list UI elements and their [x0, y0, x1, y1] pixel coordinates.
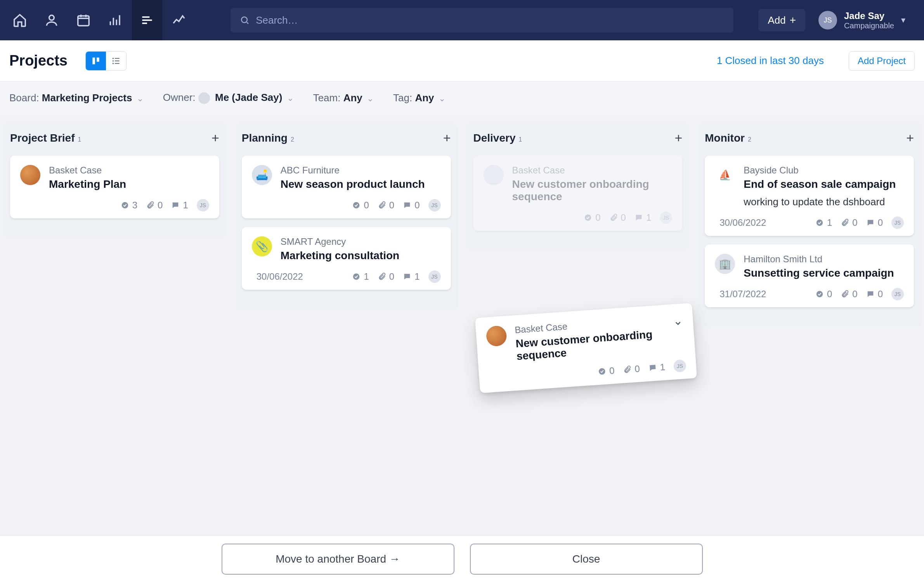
- card-title: Marketing Plan: [49, 178, 209, 191]
- assignee-avatar-icon: JS: [891, 288, 904, 300]
- add-project-button[interactable]: Add Project: [849, 51, 915, 71]
- nav-person-icon[interactable]: [36, 0, 67, 40]
- chevron-down-icon: ⌄: [439, 94, 446, 103]
- board-view-toggle[interactable]: [86, 52, 106, 70]
- client-avatar-icon: [484, 165, 504, 185]
- card-checks: 0: [597, 365, 615, 377]
- card-note: working to update the dshboard: [744, 196, 904, 208]
- search-input-wrap[interactable]: [231, 8, 733, 33]
- add-card-button[interactable]: +: [906, 130, 914, 146]
- move-board-button[interactable]: Move to another Board →: [222, 544, 454, 575]
- board-column: Monitor2+ ⛵ Bayside Club End of season s…: [697, 122, 922, 327]
- board-column: Planning2+ 🛋️ ABC Furniture New season p…: [234, 122, 459, 310]
- column-count: 2: [291, 136, 294, 143]
- nav-calendar-icon[interactable]: [68, 0, 99, 40]
- user-name: Jade Say: [844, 10, 894, 21]
- client-name: Bayside Club: [744, 165, 904, 176]
- project-card[interactable]: 🛋️ ABC Furniture New season product laun…: [242, 156, 451, 218]
- card-attachments: 0: [609, 212, 626, 223]
- project-card[interactable]: 📎 SMART Agency Marketing consultation 30…: [242, 227, 451, 290]
- card-title: Marketing consultation: [281, 249, 441, 262]
- project-card[interactable]: ⛵ Bayside Club End of season sale campai…: [705, 156, 914, 236]
- svg-point-16: [817, 220, 823, 226]
- client-avatar-icon: 🏢: [715, 254, 735, 274]
- chevron-down-icon: ⌄: [287, 93, 294, 103]
- nav-bars-icon[interactable]: [100, 0, 130, 40]
- card-attachments: 0: [378, 200, 394, 211]
- card-comments: 0: [403, 200, 420, 211]
- card-checks: 0: [352, 200, 369, 211]
- svg-point-8: [121, 202, 128, 209]
- client-name: Hamilton Smith Ltd: [744, 254, 904, 265]
- card-comments: 0: [866, 289, 883, 300]
- card-checks: 3: [121, 200, 137, 211]
- card-checks: 0: [815, 289, 832, 300]
- card-title: Sunsetting service campaign: [744, 267, 904, 279]
- card-title: New customer onboarding sequence: [512, 178, 673, 203]
- card-attachments: 0: [622, 363, 640, 375]
- column-count: 1: [518, 136, 522, 143]
- board-column: Delivery1+ Basket Case New customer onbo…: [466, 122, 690, 251]
- chevron-down-icon: ⌄: [367, 94, 374, 103]
- svg-rect-1: [78, 16, 89, 26]
- svg-point-20: [598, 368, 605, 375]
- list-icon: [111, 56, 121, 66]
- view-toggle: [85, 51, 127, 71]
- board-filter[interactable]: Board: Marketing Projects ⌄: [9, 92, 144, 104]
- card-attachments: 0: [841, 217, 857, 228]
- tag-filter[interactable]: Tag: Any ⌄: [393, 92, 446, 104]
- svg-point-2: [241, 17, 247, 23]
- user-org: Campaignable: [844, 21, 894, 30]
- board-column: Project Brief1+ Basket Case Marketing Pl…: [2, 122, 227, 239]
- client-avatar-icon: 📎: [252, 236, 272, 256]
- chevron-down-icon: ▾: [901, 15, 905, 25]
- card-checks: 1: [815, 217, 832, 228]
- add-card-button[interactable]: +: [674, 130, 682, 146]
- user-menu[interactable]: JS Jade Say Campaignable ▾: [818, 10, 917, 30]
- card-attachments: 0: [146, 200, 163, 211]
- svg-point-7: [113, 62, 114, 64]
- card-date: 30/06/2022: [715, 217, 766, 228]
- svg-point-0: [49, 15, 54, 20]
- search-icon: [240, 15, 250, 25]
- search-input[interactable]: [256, 14, 724, 26]
- svg-point-13: [585, 215, 591, 221]
- nav-home-icon[interactable]: [5, 0, 35, 40]
- assignee-avatar-icon: JS: [660, 211, 672, 224]
- assignee-avatar-icon: JS: [197, 199, 209, 211]
- kanban-board: Project Brief1+ Basket Case Marketing Pl…: [0, 114, 924, 335]
- svg-point-9: [353, 202, 360, 209]
- top-nav: Add + JS Jade Say Campaignable ▾: [0, 0, 924, 40]
- chevron-down-icon: ⌄: [137, 94, 144, 103]
- page-title: Projects: [9, 52, 68, 69]
- svg-point-6: [113, 60, 114, 61]
- project-card[interactable]: Basket Case New customer onboarding sequ…: [473, 156, 683, 231]
- card-comments: 1: [634, 212, 651, 223]
- svg-rect-3: [92, 57, 95, 64]
- assignee-avatar-icon: JS: [673, 359, 686, 372]
- card-date: 31/07/2022: [715, 289, 766, 300]
- chevron-down-icon[interactable]: ⌄: [673, 314, 683, 328]
- closed-link[interactable]: 1 Closed in last 30 days: [717, 55, 824, 67]
- client-avatar-icon: [20, 165, 40, 185]
- dragging-card[interactable]: ⌄ Basket Case New customer onboarding se…: [475, 303, 697, 393]
- board-icon: [91, 56, 101, 66]
- svg-point-12: [353, 274, 360, 280]
- add-card-button[interactable]: +: [211, 130, 219, 146]
- team-filter[interactable]: Team: Any ⌄: [313, 92, 374, 104]
- page-header: Projects 1 Closed in last 30 days Add Pr…: [0, 40, 924, 81]
- list-view-toggle[interactable]: [106, 52, 126, 70]
- nav-trend-icon[interactable]: [164, 0, 194, 40]
- project-card[interactable]: 🏢 Hamilton Smith Ltd Sunsetting service …: [705, 244, 914, 307]
- add-card-button[interactable]: +: [443, 130, 451, 146]
- client-avatar-icon: [486, 325, 508, 347]
- svg-point-19: [817, 291, 823, 298]
- project-card[interactable]: Basket Case Marketing Plan 3 0 1: [10, 156, 219, 218]
- filter-bar: Board: Marketing Projects ⌄ Owner: Me (J…: [0, 81, 924, 114]
- owner-avatar-icon: [198, 92, 210, 104]
- add-button[interactable]: Add +: [758, 9, 805, 31]
- nav-list-icon[interactable]: [132, 0, 162, 40]
- close-button[interactable]: Close: [470, 544, 703, 575]
- owner-filter[interactable]: Owner: Me (Jade Say) ⌄: [163, 92, 294, 104]
- column-title: Planning: [242, 132, 288, 144]
